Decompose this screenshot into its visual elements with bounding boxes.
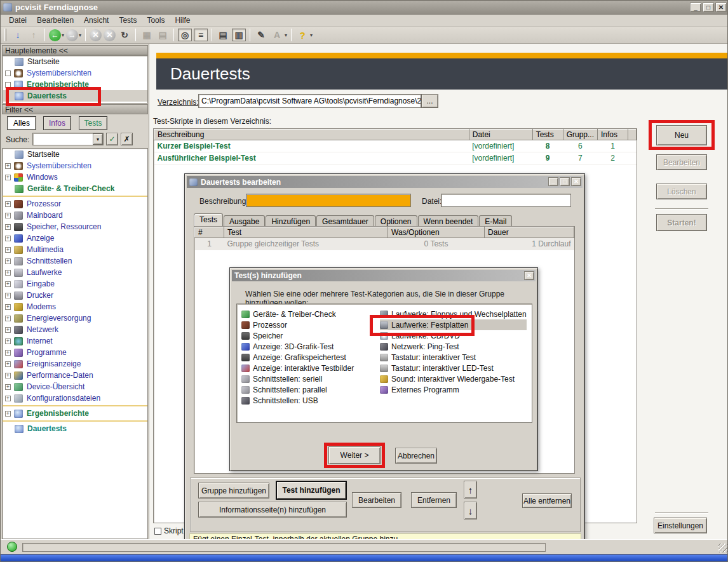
maximize-button[interactable]: □ [560, 177, 570, 186]
forward-dropdown-icon[interactable]: ▾ [79, 32, 81, 38]
close-button[interactable]: ✕ [715, 3, 727, 12]
entfernen-button[interactable]: Entfernen [411, 492, 457, 508]
toolbar-grip[interactable] [4, 29, 6, 41]
browse-button[interactable]: ... [421, 94, 438, 108]
table-row[interactable]: 1 Gruppe gleichzeitiger Tests 0 Tests 1 … [195, 238, 574, 250]
menu-tools[interactable]: Tools [142, 15, 169, 26]
haupt-item-systemuebersichten[interactable]: Systemübersichten [3, 67, 147, 79]
list-item-3d-grafik-test[interactable]: Anzeige: 3D-Grafik-Test [241, 341, 354, 352]
checkbox-icon[interactable] [154, 528, 161, 535]
datei-input[interactable] [441, 194, 571, 207]
tree-item-programme[interactable]: +Programme [3, 347, 147, 358]
starten-button[interactable]: Starten! [656, 214, 707, 231]
hauptelemente-header[interactable]: Hauptelemente << [2, 45, 148, 55]
tree-item-speicher-ressourcen[interactable]: +Speicher, Ressourcen [3, 221, 147, 232]
expand-icon[interactable]: + [5, 224, 11, 230]
expand-icon[interactable]: + [5, 175, 11, 180]
add-dialog-titlebar[interactable]: Test(s) hinzufügen ✕ [232, 270, 536, 281]
tab-optionen[interactable]: Optionen [375, 215, 417, 226]
stop-all-icon[interactable]: ✕ [104, 29, 116, 41]
col-num[interactable]: # [195, 227, 224, 238]
col-was-optionen[interactable]: Was/Optionen [388, 227, 485, 238]
menu-datei[interactable]: Datei [4, 15, 31, 26]
close-button[interactable]: ✕ [571, 177, 581, 186]
bearbeiten-button[interactable]: Bearbeiten [656, 154, 707, 170]
table-row[interactable]: Kurzer Beispiel-Test [vordefiniert] 8 6 … [154, 140, 637, 152]
download-arrow-icon[interactable]: ↓ [11, 29, 25, 41]
save-icon[interactable]: ▦ [140, 29, 154, 41]
expand-icon[interactable]: + [5, 213, 11, 218]
resize-grip-icon[interactable] [718, 544, 727, 552]
haupt-item-dauertests[interactable]: Dauertests [3, 90, 147, 102]
list-item-interaktive-testbilder[interactable]: Anzeige: interaktive Testbilder [241, 363, 354, 373]
add-dialog-abbrechen-button[interactable]: Abbrechen [395, 448, 437, 464]
close-button[interactable]: ✕ [524, 271, 534, 280]
test-hinzufuegen-button[interactable]: Test hinzufügen [276, 481, 347, 500]
tree-item-windows[interactable]: +Windows [3, 171, 147, 183]
tree-item-ereignisanzeige[interactable]: +Ereignisanzeige [3, 358, 147, 370]
tab-wenn-beendet[interactable]: Wenn beendet [418, 215, 479, 226]
list-item-externes-programm[interactable]: Externes Programm [380, 384, 527, 395]
font-icon[interactable]: A [270, 29, 284, 41]
list-item-netzwerk-ping-test[interactable]: Netzwerk: Ping-Test [380, 341, 527, 352]
col-beschreibung[interactable]: Beschreibung [154, 130, 469, 140]
tree-item-energieversorgung[interactable]: +Energieversorgung [3, 312, 147, 324]
compose-icon[interactable]: ✎ [254, 29, 268, 41]
dialog-bearbeiten-button[interactable]: Bearbeiten [352, 492, 401, 508]
menu-hilfe[interactable]: Hilfe [170, 15, 194, 26]
expand-icon[interactable]: + [5, 304, 11, 310]
tree-item-startseite[interactable]: Startseite [3, 149, 147, 160]
expand-icon[interactable]: + [5, 236, 11, 241]
haupt-item-startseite[interactable]: Startseite [3, 56, 147, 67]
font-dropdown-icon[interactable]: ▾ [285, 32, 287, 38]
expand-icon[interactable] [5, 70, 11, 76]
list-item-prozessor[interactable]: Prozessor [241, 319, 354, 330]
refresh-icon[interactable]: ↻ [118, 29, 131, 41]
filter-header[interactable]: Filter << [2, 104, 148, 114]
minimize-button[interactable]: _ [548, 177, 558, 186]
verzeichnis-input[interactable]: C:\ProgramData\pcvisit Software AG\tools… [198, 94, 421, 108]
weiter-button[interactable]: Weiter > [328, 446, 381, 464]
expand-icon[interactable]: + [5, 293, 11, 298]
tree-item-geraete-treiber-check[interactable]: Geräte- & Treiber-Check [3, 183, 147, 194]
help-dropdown-icon[interactable]: ▾ [310, 32, 313, 38]
haupt-item-ergebnisberichte[interactable]: Ergebnisberichte [3, 79, 147, 90]
stop-icon[interactable]: ✕ [90, 29, 102, 41]
tree-item-netzwerk[interactable]: +Netzwerk [3, 324, 147, 335]
tree-item-systemuebersichten[interactable]: +Systemübersichten [3, 160, 147, 171]
suche-ok-icon[interactable]: ✓ [106, 133, 118, 145]
gruppe-hinzufuegen-button[interactable]: Gruppe hinzufügen [198, 483, 269, 498]
tree-item-ergebnisberichte[interactable]: +Ergebnisberichte [3, 408, 147, 419]
tree-item-drucker[interactable]: +Drucker [3, 290, 147, 301]
filter-tests-button[interactable]: Tests [79, 116, 107, 130]
tree-item-eingabe[interactable]: +Eingabe [3, 278, 147, 290]
move-down-button[interactable]: ↓ [464, 502, 477, 519]
tab-ausgabe[interactable]: Ausgabe [224, 215, 265, 226]
expand-icon[interactable]: + [5, 361, 11, 367]
list-item-tastatur-led-test[interactable]: Tastatur: interaktiver LED-Test [380, 363, 527, 373]
list-item-laufwerke-festplatten[interactable]: Laufwerke: Festplatten [380, 319, 527, 330]
tab-gesamtdauer[interactable]: Gesamtdauer [316, 215, 374, 226]
forward-icon[interactable]: → [66, 29, 78, 41]
list-item-sound-wiedergabe-test[interactable]: Sound: interaktiver Wiedergabe-Test [380, 373, 527, 384]
list-item-schnittstellen-usb[interactable]: Schnittstellen: USB [241, 395, 354, 406]
expand-icon[interactable]: + [5, 373, 11, 378]
col-datei[interactable]: Datei [469, 130, 532, 140]
list-item-geraete-treiber-check[interactable]: Geräte- & Treiber-Check [241, 309, 354, 319]
expand-icon[interactable]: + [5, 163, 11, 169]
table-row[interactable]: Ausführlicher Beispiel-Test [vordefinier… [154, 152, 637, 164]
suche-clear-icon[interactable]: ✗ [121, 133, 133, 145]
expand-icon[interactable]: + [5, 258, 11, 264]
neu-button[interactable]: Neu [656, 125, 707, 145]
col-tests[interactable]: Tests [532, 130, 563, 140]
upload-arrow-icon[interactable]: ↑ [27, 29, 41, 41]
list-item-grafikspeichertest[interactable]: Anzeige: Grafikspeichertest [241, 352, 354, 363]
list-item-schnittstellen-parallel[interactable]: Schnittstellen: parallel [241, 384, 354, 395]
col-test[interactable]: Test [224, 227, 388, 238]
tree-item-modems[interactable]: +Modems [3, 301, 147, 312]
tree-item-schnittstellen[interactable]: +Schnittstellen [3, 255, 147, 267]
document-icon[interactable]: ▤ [216, 29, 230, 41]
informationsseiten-hinzufuegen-button[interactable]: Informationsseite(n) hinzufügen [198, 502, 347, 518]
expand-icon[interactable]: + [5, 270, 11, 276]
tree-item-laufwerke[interactable]: +Laufwerke [3, 267, 147, 278]
